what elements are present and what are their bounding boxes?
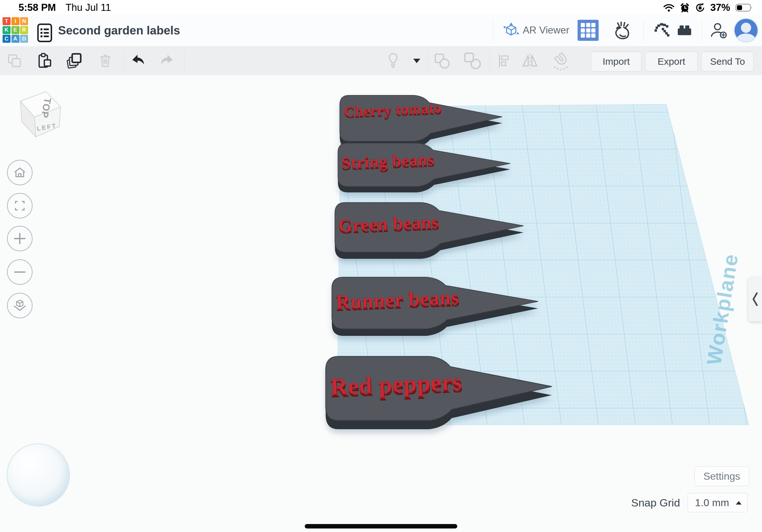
avatar-head (741, 23, 751, 33)
ar-viewer-label: AR Viewer (523, 25, 569, 36)
wifi-icon (663, 3, 675, 12)
avatar[interactable] (734, 19, 758, 42)
divider (427, 50, 428, 71)
battery-icon (735, 3, 754, 13)
status-time: 5:58 PM (19, 2, 56, 13)
mirror-icon (520, 52, 540, 70)
zoom-in-icon (13, 232, 27, 245)
zoom-in-button[interactable] (7, 226, 33, 251)
import-button[interactable]: Import (591, 52, 642, 71)
status-left: 5:58 PM Thu Jul 11 (19, 2, 111, 13)
viewport[interactable]: Workplane Cherry tomato String beans Gre… (0, 75, 762, 532)
add-collaborator-icon (710, 22, 727, 39)
copy-button[interactable] (6, 52, 24, 70)
visibility-dropdown-button[interactable] (411, 52, 422, 70)
ar-cube-icon (503, 22, 519, 38)
ios-status-bar: 5:58 PM Thu Jul 11 37% (0, 0, 762, 14)
group-icon (433, 52, 451, 70)
open-panel-tab[interactable] (748, 277, 762, 321)
snap-grid-value: 1.0 mm (695, 497, 729, 509)
avatar-body (736, 33, 756, 42)
status-date: Thu Jul 11 (65, 2, 111, 13)
undo-icon (129, 53, 146, 69)
divider (643, 20, 644, 41)
list-icon (37, 23, 52, 42)
perspective-toggle-button[interactable] (7, 293, 33, 318)
view-cube[interactable]: TOP LEFT (15, 88, 66, 143)
divider (493, 20, 493, 41)
bricks-icon (675, 21, 693, 39)
home-indicator[interactable] (305, 524, 457, 528)
paste-button[interactable] (36, 52, 54, 70)
logo-tile: R (20, 26, 28, 34)
battery-percent: 37% (710, 2, 730, 13)
show-all-button[interactable] (384, 52, 402, 70)
caret-down-icon (413, 59, 420, 63)
label-text: String beans (341, 150, 435, 172)
ungroup-icon (463, 51, 482, 71)
zoom-out-icon (13, 265, 27, 279)
sim-lab-icon (613, 21, 631, 39)
logo-tile: E (12, 26, 20, 34)
redo-button[interactable] (158, 52, 176, 70)
app-header: T I N K E R C A D Second garden labels (0, 14, 762, 46)
snap-grid-row: Snap Grid 1.0 mm (631, 493, 748, 512)
ungroup-button[interactable] (462, 52, 483, 70)
tinkercad-app: 5:58 PM Thu Jul 11 37% (0, 0, 762, 532)
snap-grid-select[interactable]: 1.0 mm (688, 493, 748, 512)
sim-lab-button[interactable] (613, 21, 631, 39)
orbit-control[interactable] (7, 443, 70, 506)
header-right-controls: AR Viewer (493, 14, 758, 46)
home-view-icon (13, 166, 27, 179)
zoom-out-button[interactable] (7, 259, 33, 285)
blocks-export-button[interactable] (653, 21, 671, 39)
rotation-lock-icon (695, 3, 705, 13)
object-garden-label[interactable]: Runner beans (330, 277, 541, 340)
divider (490, 50, 490, 71)
bricks-export-button[interactable] (675, 21, 693, 39)
label-text: Runner beans (336, 286, 460, 313)
logo-tile: K (3, 26, 11, 34)
divider (409, 55, 410, 67)
divider (185, 50, 185, 71)
perspective-icon (12, 298, 27, 313)
duplicate-button[interactable] (65, 52, 83, 70)
mirror-button[interactable] (519, 52, 541, 70)
fit-view-button[interactable] (7, 193, 33, 219)
caret-up-icon (736, 501, 741, 504)
editor-3d-button[interactable] (577, 20, 599, 41)
edit-toolbar: Import Export Send To (0, 46, 762, 75)
tinkercad-logo[interactable]: T I N K E R C A D (3, 17, 28, 43)
duplicate-icon (65, 52, 83, 70)
send-to-button[interactable]: Send To (701, 52, 754, 71)
object-garden-label[interactable]: Green beans (333, 202, 526, 263)
align-button[interactable] (495, 52, 513, 70)
undo-button[interactable] (129, 52, 147, 70)
design-title[interactable]: Second garden labels (58, 24, 180, 37)
group-button[interactable] (432, 52, 452, 70)
add-collaborator-button[interactable] (710, 22, 727, 39)
redo-icon (159, 53, 176, 69)
object-garden-label[interactable]: Red peppers (324, 356, 555, 435)
snap-grid-label: Snap Grid (631, 497, 680, 509)
logo-tile: A (12, 35, 20, 43)
status-right: 37% (663, 2, 754, 13)
settings-button[interactable]: Settings (694, 466, 749, 486)
delete-button[interactable] (96, 52, 114, 70)
copy-icon (7, 53, 23, 69)
export-button[interactable]: Export (645, 52, 698, 71)
logo-tile: I (12, 17, 20, 25)
fit-view-icon (13, 199, 27, 212)
trash-icon (97, 53, 113, 69)
home-view-button[interactable] (7, 160, 33, 185)
logo-tile: T (3, 17, 11, 25)
ruler-magnet-icon (551, 51, 572, 71)
chevron-left-icon (752, 292, 759, 306)
ruler-button[interactable] (550, 52, 574, 70)
object-garden-label[interactable]: String beans (336, 143, 512, 196)
logo-tile: N (20, 17, 28, 25)
ar-viewer-button[interactable]: AR Viewer (503, 22, 577, 38)
label-text: Green beans (338, 211, 439, 236)
design-menu-button[interactable] (37, 23, 52, 42)
align-icon (496, 53, 512, 69)
